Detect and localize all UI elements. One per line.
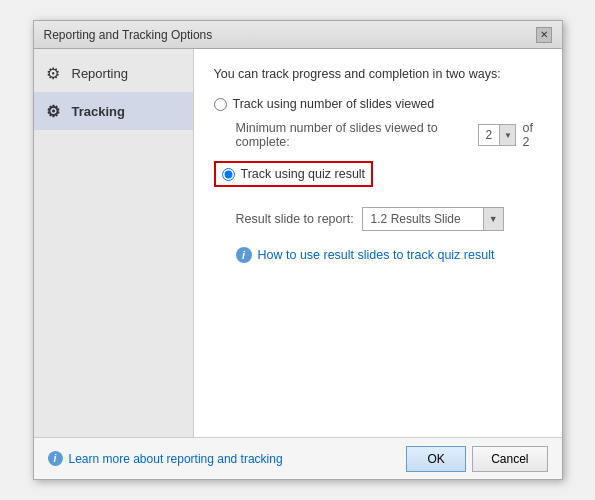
quiz-option-highlight: Track using quiz result <box>214 161 374 187</box>
radio-slides[interactable] <box>214 98 227 111</box>
gear-icon-reporting: ⚙ <box>46 64 64 82</box>
dialog-title: Reporting and Tracking Options <box>44 28 213 42</box>
footer-learn-more-link[interactable]: Learn more about reporting and tracking <box>69 452 283 466</box>
sidebar-label-tracking: Tracking <box>72 104 125 119</box>
ok-button[interactable]: OK <box>406 446 466 472</box>
sidebar-item-reporting[interactable]: ⚙ Reporting <box>34 54 193 92</box>
sidebar-label-reporting: Reporting <box>72 66 128 81</box>
intro-text: You can track progress and completion in… <box>214 67 542 81</box>
sidebar: ⚙ Reporting ⚙ Tracking <box>34 49 194 437</box>
gear-icon-tracking: ⚙ <box>46 102 64 120</box>
dialog-window: Reporting and Tracking Options ✕ ⚙ Repor… <box>33 20 563 480</box>
radio-quiz[interactable] <box>222 168 235 181</box>
sub-option-slides: Minimum number of slides viewed to compl… <box>236 121 542 149</box>
cancel-button[interactable]: Cancel <box>472 446 547 472</box>
dialog-footer: i Learn more about reporting and trackin… <box>34 437 562 479</box>
info-link-row: i How to use result slides to track quiz… <box>236 247 542 263</box>
result-slide-arrow[interactable]: ▼ <box>483 208 503 230</box>
footer-buttons: OK Cancel <box>406 446 547 472</box>
result-slide-value: 1.2 Results Slide <box>363 210 483 228</box>
min-slides-label: Minimum number of slides viewed to compl… <box>236 121 473 149</box>
min-slides-arrow[interactable]: ▼ <box>499 125 515 145</box>
result-slide-label: Result slide to report: <box>236 212 354 226</box>
result-slide-row: Result slide to report: 1.2 Results Slid… <box>236 207 542 231</box>
min-slides-value: 2 <box>479 126 499 144</box>
close-button[interactable]: ✕ <box>536 27 552 43</box>
dialog-body: ⚙ Reporting ⚙ Tracking You can track pro… <box>34 49 562 437</box>
info-link[interactable]: How to use result slides to track quiz r… <box>258 248 495 262</box>
option-quiz-row: Track using quiz result <box>214 161 542 199</box>
title-bar: Reporting and Tracking Options ✕ <box>34 21 562 49</box>
result-slide-dropdown[interactable]: 1.2 Results Slide ▼ <box>362 207 504 231</box>
footer-left: i Learn more about reporting and trackin… <box>48 451 283 466</box>
info-icon: i <box>236 247 252 263</box>
footer-info-icon: i <box>48 451 63 466</box>
option-quiz-label[interactable]: Track using quiz result <box>241 167 366 181</box>
option-slides-label[interactable]: Track using number of slides viewed <box>233 97 435 111</box>
option-slides-row: Track using number of slides viewed <box>214 97 542 111</box>
sidebar-item-tracking[interactable]: ⚙ Tracking <box>34 92 193 130</box>
of-slides-text: of 2 <box>522 121 541 149</box>
min-slides-dropdown[interactable]: 2 ▼ <box>478 124 516 146</box>
main-content: You can track progress and completion in… <box>194 49 562 437</box>
